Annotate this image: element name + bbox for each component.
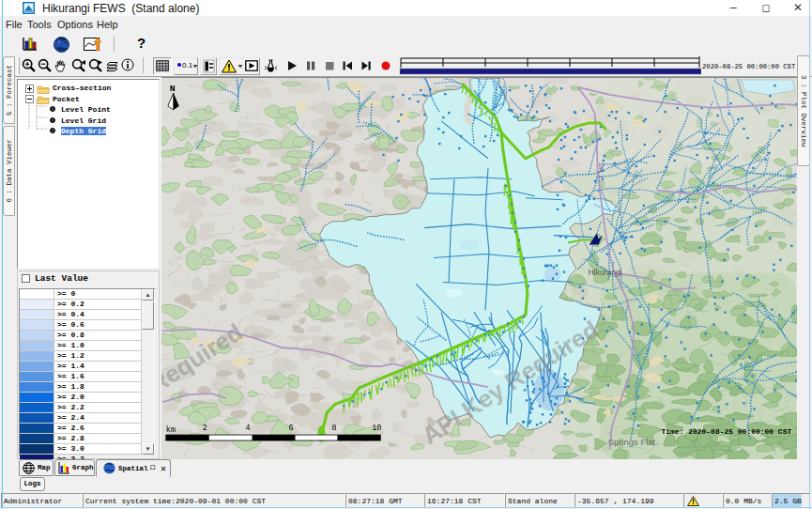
svg-text:km: km (166, 425, 176, 435)
svg-text:8: 8 (331, 424, 336, 433)
svg-text:Time: 2020-08-25 00:00:00 CST: Time: 2020-08-25 00:00:00 CST (662, 427, 792, 436)
svg-text:N: N (170, 84, 176, 94)
svg-text:Springs Flat: Springs Flat (608, 437, 656, 447)
svg-text:4: 4 (246, 424, 251, 433)
svg-text:6: 6 (288, 424, 293, 433)
svg-text:SH 1: SH 1 (597, 162, 605, 179)
svg-text:2: 2 (203, 424, 207, 433)
svg-text:10: 10 (372, 424, 381, 433)
svg-text:Hikurangi: Hikurangi (589, 268, 622, 277)
